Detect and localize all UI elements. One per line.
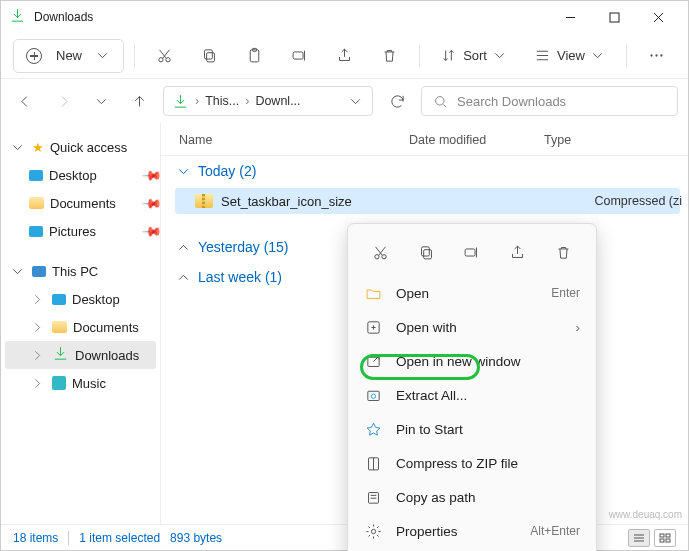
ctx-label: Open [396,286,429,301]
rename-button[interactable] [280,39,319,73]
sidebar-item-desktop2[interactable]: Desktop [1,285,160,313]
ctx-label: Extract All... [396,388,467,403]
chevron-down-icon [491,47,508,64]
breadcrumb-2[interactable]: Downl... [255,94,300,108]
details-view-button[interactable] [628,529,650,547]
pin-icon: 📌 [141,164,161,186]
svg-rect-14 [424,249,432,258]
cut-button[interactable] [145,39,184,73]
zip-icon [195,194,213,208]
ctx-cut-button[interactable] [363,236,399,268]
sort-label: Sort [463,48,487,63]
ctx-extract-all[interactable]: Extract All... [348,378,596,412]
refresh-button[interactable] [383,87,411,115]
sidebar-item-documents2[interactable]: Documents [1,313,160,341]
close-button[interactable] [636,1,680,33]
new-button[interactable]: New [13,39,124,73]
share-button[interactable] [325,39,364,73]
downloads-icon [172,93,189,110]
chevron-right-icon [29,347,46,364]
ctx-open-new-window[interactable]: Open in new window [348,344,596,378]
ctx-compress[interactable]: Compress to ZIP file [348,446,596,480]
svg-rect-0 [610,13,619,22]
svg-rect-19 [367,391,378,400]
minimize-button[interactable] [548,1,592,33]
svg-rect-16 [466,248,476,255]
view-button[interactable]: View [524,39,616,73]
more-button[interactable] [637,39,676,73]
svg-rect-27 [660,539,664,542]
col-type[interactable]: Type [544,133,644,147]
paste-button[interactable] [235,39,274,73]
sidebar-item-quick-access[interactable]: ★ Quick access [1,133,160,161]
ctx-rename-button[interactable] [454,236,490,268]
ctx-copy-path[interactable]: Copy as path [348,480,596,514]
sidebar-item-downloads[interactable]: Downloads [5,341,156,369]
chevron-down-icon[interactable] [347,93,364,110]
pin-icon: 📌 [141,220,161,242]
music-icon [52,376,66,390]
group-today[interactable]: Today (2) [161,156,688,186]
file-row-selected[interactable]: Set_taskbar_icon_size Compressed (zi [175,188,680,214]
ctx-open-with[interactable]: Open with› [348,310,596,344]
sidebar-item-music[interactable]: Music [1,369,160,397]
folder-icon [52,321,67,333]
thumbnails-view-button[interactable] [654,529,676,547]
col-date[interactable]: Date modified [409,133,544,147]
forward-button[interactable] [49,87,77,115]
search-placeholder: Search Downloads [457,94,566,109]
group-label: Last week (1) [198,269,282,285]
sidebar-item-documents[interactable]: Documents📌 [1,189,160,217]
svg-point-8 [650,54,652,56]
ctx-label: Open in new window [396,354,521,369]
ctx-delete-button[interactable] [545,236,581,268]
ctx-open[interactable]: OpenEnter [348,276,596,310]
svg-point-10 [660,54,662,56]
recent-button[interactable] [87,87,115,115]
sidebar-label: Desktop [72,292,120,307]
sidebar-label: Documents [73,320,139,335]
sidebar-label: Desktop [49,168,97,183]
svg-point-2 [166,58,170,62]
column-headers[interactable]: Name Date modified Type [161,123,688,156]
up-button[interactable] [125,87,153,115]
copy-path-icon [364,489,382,506]
view-label: View [557,48,585,63]
sidebar-label: This PC [52,264,98,279]
folder-open-icon [364,285,382,302]
svg-rect-25 [660,534,664,537]
search-box[interactable]: Search Downloads [421,86,678,116]
copy-button[interactable] [190,39,229,73]
search-icon [432,93,449,110]
ctx-label: Properties [396,524,458,539]
ctx-share-button[interactable] [500,236,536,268]
sidebar-item-this-pc[interactable]: This PC [1,257,160,285]
svg-point-20 [371,394,375,398]
svg-rect-28 [666,539,670,542]
ctx-properties[interactable]: PropertiesAlt+Enter [348,514,596,548]
ctx-pin-to-start[interactable]: Pin to Start [348,412,596,446]
delete-button[interactable] [370,39,409,73]
col-name[interactable]: Name [179,133,409,147]
svg-rect-15 [421,246,429,255]
desktop-icon [52,294,66,305]
svg-point-13 [382,254,386,258]
ctx-hint: Enter [551,286,580,300]
svg-rect-18 [367,357,378,366]
context-menu: OpenEnter Open with› Open in new window … [347,223,597,551]
maximize-button[interactable] [592,1,636,33]
chevron-down-icon [175,163,192,180]
chevron-right-icon [175,239,192,256]
back-button[interactable] [11,87,39,115]
sidebar-label: Documents [50,196,116,211]
status-count: 18 items [13,531,58,545]
breadcrumb-1[interactable]: This... [205,94,239,108]
sidebar-item-desktop[interactable]: Desktop📌 [1,161,160,189]
sidebar-item-pictures[interactable]: Pictures📌 [1,217,160,245]
ctx-copy-button[interactable] [408,236,444,268]
address-bar[interactable]: › This... › Downl... [163,86,373,116]
address-row: › This... › Downl... Search Downloads [1,79,688,123]
zip-icon [364,455,382,472]
sort-button[interactable]: Sort [430,39,518,73]
status-size: 893 bytes [170,531,222,545]
